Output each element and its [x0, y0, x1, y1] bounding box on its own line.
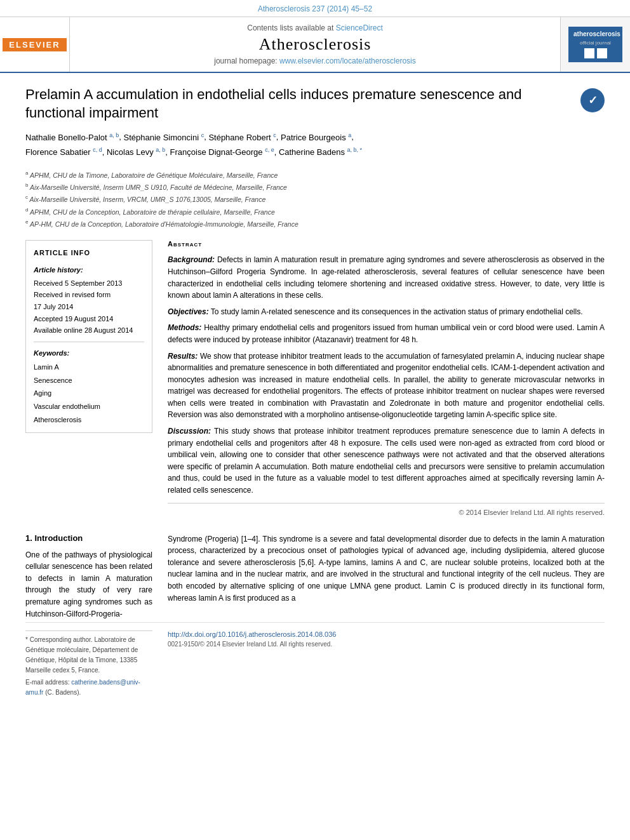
keyword-2: Senescence [34, 374, 144, 387]
affiliation-a: a APHM, CHU de la Timone, Laboratoire de… [25, 169, 605, 181]
author-7: Françoise Dignat-George c, e [170, 147, 274, 157]
article-info-box: ARTICLE INFO Article history: Received 5… [25, 240, 152, 433]
intro-section-title: 1. Introduction [25, 533, 152, 543]
bottom-two-col: * Corresponding author. Laboratoire de G… [25, 622, 605, 700]
abstract-discussion: Discussion: This study shows that protea… [168, 425, 605, 497]
journal-title: Atherosclerosis [259, 35, 372, 54]
received-date: Received 5 September 2013 [34, 277, 144, 290]
abstract-results: Results: We show that protease inhibitor… [168, 350, 605, 422]
revised-date: 17 July 2014 [34, 301, 144, 313]
doi-link[interactable]: http://dx.doi.org/10.1016/j.atherosclero… [168, 630, 336, 638]
elsevier-brand: ELSEVIER [3, 38, 66, 51]
author-4: Patrice Bourgeois a [281, 133, 351, 142]
article-title-section: Prelamin A accumulation in endothelial c… [25, 86, 605, 122]
journal-homepage: journal homepage: www.elsevier.com/locat… [214, 57, 416, 65]
issn-line: 0021-9150/© 2014 Elsevier Ireland Ltd. A… [168, 641, 605, 648]
intro-paragraph2: Syndrome (Progeria) [1–4]. This syndrome… [168, 535, 605, 603]
keyword-4: Vascular endothelium [34, 400, 144, 413]
methods-text: Healthy primary endothelial cells and pr… [168, 323, 605, 344]
journal-reference[interactable]: Atherosclerosis 237 (2014) 45–52 [258, 4, 372, 13]
journal-center: Contents lists available at ScienceDirec… [70, 17, 560, 72]
discussion-text: This study shows that protease inhibitor… [168, 427, 605, 495]
abstract-background: Background: Defects in lamin A maturatio… [168, 254, 605, 301]
available-date: Available online 28 August 2014 [34, 324, 144, 337]
affiliation-e: e AP-HM, CHU de la Conception, Laboratoi… [25, 218, 605, 230]
background-text: Defects in lamin A maturation result in … [168, 255, 605, 300]
intro-right-col: Syndrome (Progeria) [1–4]. This syndrome… [168, 533, 605, 620]
section-title-text: Introduction [34, 533, 83, 543]
email-note: E-mail address: catherine.badens@univ-am… [25, 677, 152, 698]
homepage-text: journal homepage: [214, 57, 277, 65]
results-text: We show that protease inhibitor treatmen… [168, 352, 605, 420]
intro-paragraph1: One of the pathways of physiological cel… [25, 550, 152, 618]
bottom-left-col: * Corresponding author. Laboratoire de G… [25, 630, 152, 700]
journal-header: ELSEVIER Contents lists available at Sci… [0, 17, 630, 73]
abstract-col: Abstract Background: Defects in lamin A … [168, 240, 605, 517]
elsevier-logo: ELSEVIER [0, 17, 70, 72]
info-divider [34, 342, 144, 342]
journal-contents-line: Contents lists available at ScienceDirec… [247, 23, 382, 32]
affiliation-d: d APHM, CHU de la Conception, Laboratoir… [25, 206, 605, 218]
author-2: Stéphanie Simoncini c [124, 133, 204, 142]
authors-list: Nathalie Bonello-Palot a, b, Stéphanie S… [25, 130, 605, 159]
intro-left-text: One of the pathways of physiological cel… [25, 549, 152, 620]
author-1: Nathalie Bonello-Palot a, b [25, 133, 119, 142]
methods-label: Methods: [168, 323, 201, 332]
homepage-url[interactable]: www.elsevier.com/locate/atherosclerosis [279, 57, 416, 65]
keywords-list: Lamin A Senescence Aging Vascular endoth… [34, 361, 144, 426]
keywords-label: Keywords: [34, 347, 144, 359]
article-body-twocol: ARTICLE INFO Article history: Received 5… [25, 240, 605, 517]
logo-subtitle: official journal [573, 40, 617, 46]
objectives-text: To study lamin A-related senescence and … [211, 307, 583, 316]
author-6: Nicolas Levy a, b [107, 147, 165, 157]
corresponding-note: * Corresponding author. Laboratoire de G… [25, 635, 152, 676]
section-number: 1. [25, 533, 32, 543]
footer-notes: * Corresponding author. Laboratoire de G… [25, 630, 152, 698]
author-3: Stéphane Robert c [208, 133, 276, 142]
article-info-title: ARTICLE INFO [34, 247, 144, 259]
crossmark-icon: ✓ [588, 93, 598, 107]
intro-right-text: Syndrome (Progeria) [1–4]. This syndrome… [168, 533, 605, 604]
author-8: Catherine Badens a, b, * [279, 147, 362, 157]
accepted-date: Accepted 19 August 2014 [34, 313, 144, 325]
doi-line: http://dx.doi.org/10.1016/j.atherosclero… [168, 630, 605, 638]
history-label: Article history: [34, 264, 144, 276]
article-content: Prelamin A accumulation in endothelial c… [0, 73, 630, 712]
author-5: Florence Sabatier c, d [25, 147, 102, 157]
journal-logo-right: atherosclerosis official journal [560, 17, 630, 72]
intro-left-col: 1. Introduction One of the pathways of p… [25, 533, 152, 620]
contents-text: Contents lists available at [247, 23, 333, 32]
abstract-objectives: Objectives: To study lamin A-related sen… [168, 306, 605, 318]
background-label: Background: [168, 255, 215, 264]
affiliations: a APHM, CHU de la Timone, Laboratoire de… [25, 169, 605, 230]
logo-icon-1 [584, 48, 594, 58]
journal-logo-icons [573, 48, 617, 58]
bottom-right-col: http://dx.doi.org/10.1016/j.atherosclero… [168, 630, 605, 700]
keyword-1: Lamin A [34, 361, 144, 374]
top-bar: Atherosclerosis 237 (2014) 45–52 [0, 0, 630, 17]
affiliation-c: c Aix-Marseille Université, Inserm, VRCM… [25, 193, 605, 205]
keyword-5: Atherosclerosis [34, 413, 144, 427]
results-label: Results: [168, 352, 198, 361]
crossmark-badge[interactable]: ✓ [580, 88, 605, 112]
copyright-line: © 2014 Elsevier Ireland Ltd. All rights … [168, 503, 605, 518]
discussion-label: Discussion: [168, 427, 211, 436]
article-title: Prelamin A accumulation in endothelial c… [25, 86, 580, 122]
journal-logo-box: atherosclerosis official journal [568, 27, 622, 62]
logo-title: atherosclerosis [573, 30, 617, 37]
abstract-methods: Methods: Healthy primary endothelial cel… [168, 322, 605, 345]
abstract-title: Abstract [168, 240, 605, 248]
keyword-3: Aging [34, 387, 144, 400]
logo-icon-2 [597, 48, 607, 58]
sciencedirect-link[interactable]: ScienceDirect [336, 23, 383, 32]
abstract-text: Background: Defects in lamin A maturatio… [168, 254, 605, 517]
objectives-label: Objectives: [168, 307, 209, 316]
article-info-col: ARTICLE INFO Article history: Received 5… [25, 240, 152, 517]
revised-label: Received in revised form [34, 289, 144, 301]
affiliation-b: b Aix-Marseille Université, Inserm UMR_S… [25, 181, 605, 193]
introduction-section: 1. Introduction One of the pathways of p… [25, 528, 605, 620]
